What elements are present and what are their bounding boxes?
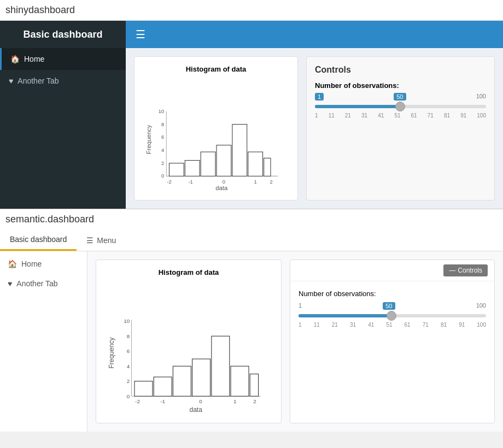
semantic-slider-thumb[interactable] (387, 311, 396, 321)
slider-max-label: 100 (476, 93, 486, 101)
svg-text:1: 1 (233, 399, 237, 405)
semantic-sidebar: 🏠 Home ♥ Another Tab (0, 251, 87, 432)
shiny-hamburger-button[interactable]: ☰ (126, 21, 155, 48)
svg-text:Frequency: Frequency (107, 337, 115, 369)
home-icon: 🏠 (10, 55, 20, 63)
sidebar-item-another[interactable]: ♥ Another Tab (0, 70, 126, 92)
svg-text:2: 2 (270, 179, 272, 185)
svg-text:8: 8 (127, 333, 130, 339)
sem-tick-51: 51 (386, 322, 392, 328)
tick-71: 71 (428, 113, 434, 119)
svg-text:2: 2 (253, 399, 256, 405)
svg-text:0: 0 (223, 179, 225, 185)
sidebar-item-home[interactable]: 🏠 Home (0, 48, 126, 70)
svg-rect-9 (185, 161, 200, 176)
tick-91: 91 (460, 113, 466, 119)
svg-text:-2: -2 (135, 399, 140, 405)
semantic-sidebar-home[interactable]: 🏠 Home (0, 254, 87, 274)
semantic-controls-header: — Controls (290, 260, 494, 281)
semantic-dashboard-section: semantic.dashboard Basic dashboard ☰ Men… (0, 209, 503, 432)
semantic-brand-tab[interactable]: Basic dashboard (0, 229, 77, 251)
y-axis-label: Frequency (145, 125, 152, 154)
semantic-chart-card: Histogram of data Frequency 0 2 4 6 8 10 (96, 260, 282, 423)
svg-text:0: 0 (161, 173, 164, 179)
shiny-controls-title: Controls (315, 65, 486, 75)
svg-rect-33 (192, 359, 210, 396)
shiny-obs-label: Number of observations: (315, 81, 486, 90)
tick-51: 51 (394, 113, 400, 119)
sem-tick-81: 81 (441, 322, 447, 328)
shiny-chart-card: Histogram of data Frequency 0 2 4 6 8 10 (134, 56, 298, 201)
svg-text:6: 6 (161, 134, 164, 140)
toggle-label: Controls (458, 267, 482, 274)
slider-min-badge: 1 (315, 93, 324, 101)
semantic-home-label: Home (21, 260, 42, 268)
tick-31: 31 (361, 113, 367, 119)
svg-text:-1: -1 (160, 399, 165, 405)
svg-rect-8 (169, 163, 184, 176)
sem-tick-31: 31 (350, 322, 356, 328)
semantic-main-content: Histogram of data Frequency 0 2 4 6 8 10 (87, 251, 503, 432)
svg-rect-14 (264, 158, 271, 176)
svg-rect-12 (232, 125, 247, 176)
svg-text:6: 6 (127, 348, 130, 354)
shiny-histogram-svg: Frequency 0 2 4 6 8 10 (143, 78, 289, 190)
semantic-obs-label: Number of observations: (299, 290, 486, 298)
shiny-body: 🏠 Home ♥ Another Tab Histogram of data F… (0, 48, 503, 209)
svg-text:10: 10 (124, 318, 130, 324)
sem-tick-71: 71 (423, 322, 429, 328)
shiny-page-label: shinydashboard (0, 0, 503, 21)
shiny-chart-title: Histogram of data (143, 65, 289, 73)
svg-text:0: 0 (127, 393, 130, 399)
svg-text:2: 2 (127, 378, 130, 384)
semantic-menu-button[interactable]: ☰ Menu (77, 231, 126, 250)
sidebar-another-label: Another Tab (17, 76, 59, 85)
svg-text:-1: -1 (188, 179, 192, 185)
semantic-another-label: Another Tab (16, 279, 57, 288)
semantic-slider-track (299, 314, 486, 317)
semantic-slider-current-badge: 50 (383, 302, 395, 310)
svg-text:data: data (189, 406, 202, 413)
shiny-main-content: Histogram of data Frequency 0 2 4 6 8 10 (126, 48, 503, 209)
sem-tick-11: 11 (314, 322, 320, 328)
svg-rect-30 (134, 381, 153, 397)
semantic-histogram-svg: Frequency 0 2 4 6 8 10 (104, 281, 273, 413)
shiny-slider-container (315, 105, 486, 108)
semantic-slider-top-labels: 1 50 100 (299, 302, 486, 310)
svg-text:data: data (215, 185, 228, 190)
semantic-slider-max-label: 100 (476, 302, 486, 310)
semantic-heart-icon: ♥ (8, 279, 12, 288)
svg-rect-35 (231, 366, 249, 396)
semantic-chart-title: Histogram of data (104, 268, 273, 276)
shiny-slider-bottom-labels: 1 11 21 31 41 51 61 71 81 91 100 (315, 113, 486, 119)
svg-text:4: 4 (161, 148, 164, 153)
shiny-brand: Basic dashboard (0, 21, 126, 48)
svg-rect-36 (250, 374, 258, 397)
sem-tick-100: 100 (477, 322, 486, 328)
shiny-dashboard-section: shinydashboard Basic dashboard ☰ 🏠 Home … (0, 0, 503, 209)
semantic-controls-toggle-button[interactable]: — Controls (443, 264, 488, 276)
sem-tick-1: 1 (299, 322, 302, 328)
semantic-slider-min-label: 1 (299, 302, 302, 310)
tick-81: 81 (444, 113, 450, 119)
shiny-controls-card: Controls Number of observations: 1 50 10… (306, 56, 495, 201)
svg-text:0: 0 (199, 399, 202, 405)
semantic-sidebar-another[interactable]: ♥ Another Tab (0, 274, 87, 293)
semantic-header: Basic dashboard ☰ Menu (0, 229, 503, 251)
semantic-controls-card: — Controls Number of observations: 1 50 … (290, 260, 495, 423)
semantic-home-icon: 🏠 (8, 260, 17, 268)
tick-21: 21 (345, 113, 351, 119)
shiny-slider-thumb[interactable] (395, 102, 405, 111)
svg-rect-13 (248, 152, 263, 176)
svg-text:4: 4 (127, 363, 130, 369)
tick-41: 41 (378, 113, 384, 119)
semantic-controls-body: Number of observations: 1 50 100 1 (290, 281, 494, 336)
shiny-slider-top-labels: 1 50 100 (315, 93, 486, 101)
semantic-page-label: semantic.dashboard (0, 209, 503, 229)
sem-tick-41: 41 (368, 322, 374, 328)
svg-text:1: 1 (254, 179, 257, 185)
svg-text:-2: -2 (167, 179, 171, 185)
svg-text:2: 2 (161, 161, 164, 166)
svg-rect-34 (212, 336, 230, 396)
svg-rect-10 (201, 152, 215, 176)
